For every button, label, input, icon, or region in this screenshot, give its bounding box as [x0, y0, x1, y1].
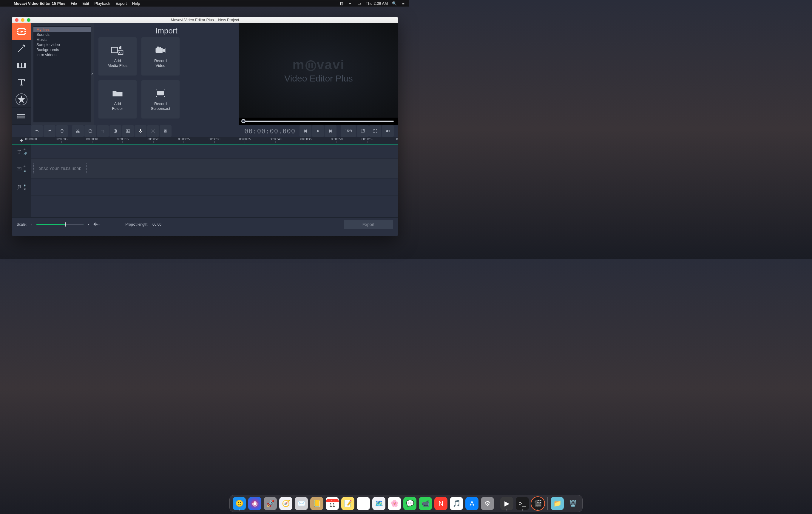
ruler-mark: 00:00:45 [300, 137, 312, 143]
ruler-mark: 00:00:35 [239, 137, 251, 143]
clip-properties-button[interactable] [147, 125, 159, 137]
svg-rect-5 [25, 29, 26, 30]
menubar-datetime[interactable]: Thu 2:08 AM [366, 1, 388, 6]
svg-rect-29 [167, 131, 167, 131]
menu-file[interactable]: File [71, 1, 77, 6]
video-track[interactable]: 👁🔈 DRAG YOUR FILES HERE [12, 159, 398, 179]
svg-point-12 [17, 117, 18, 118]
lock-toggle-icon[interactable]: ✖ [24, 188, 27, 191]
cut-button[interactable] [72, 125, 84, 137]
zoom-out-icon[interactable]: ▫ [31, 222, 32, 227]
menubar-app-name[interactable]: Movavi Video Editor 15 Plus [14, 1, 65, 6]
ruler-mark: 00:00:00 [25, 137, 37, 143]
prev-frame-button[interactable] [299, 125, 312, 137]
keyboard-icon[interactable]: ⌁ [348, 1, 353, 6]
zoom-thumb[interactable] [65, 222, 66, 226]
svg-rect-3 [17, 31, 19, 32]
app-window: Movavi Video Editor Plus – New Project [12, 17, 398, 236]
play-button[interactable] [312, 125, 324, 137]
more-icon [17, 111, 26, 121]
title-track[interactable]: 👁🔗 [12, 144, 398, 159]
equalizer-button[interactable] [160, 125, 172, 137]
sidebar-item-my-files[interactable]: My files [33, 27, 91, 32]
airplay-icon[interactable]: ▭ [357, 1, 361, 6]
ruler-mark: 00:00:05 [56, 137, 67, 143]
aspect-ratio-button[interactable]: 16:9 [341, 125, 356, 137]
scrub-thumb[interactable] [241, 119, 245, 123]
ruler-mark: 00:00:50 [331, 137, 343, 143]
apple-icon[interactable] [4, 1, 8, 6]
collapse-side-panel-button[interactable]: ‹ [90, 70, 94, 79]
preview-scrubber[interactable] [239, 117, 398, 125]
sidebar-item-backgrounds[interactable]: Backgrounds [33, 47, 91, 52]
next-frame-button[interactable] [324, 125, 337, 137]
record-video-label: RecordVideo [154, 58, 167, 68]
tab-import[interactable] [12, 23, 31, 40]
star-icon [17, 94, 26, 104]
volume-button[interactable] [382, 125, 394, 137]
drop-files-zone[interactable]: DRAG YOUR FILES HERE [33, 163, 87, 174]
menu-help[interactable]: Help [132, 1, 140, 6]
detach-preview-button[interactable] [357, 125, 369, 137]
visibility-toggle-icon[interactable]: 👁 [24, 148, 27, 151]
link-toggle-icon[interactable]: 🔗 [24, 152, 27, 155]
sidebar-item-sample-video[interactable]: Sample video [33, 42, 91, 47]
rotate-button[interactable] [84, 125, 96, 137]
crop-button[interactable] [97, 125, 109, 137]
project-length-label: Project length: [125, 222, 148, 226]
menu-edit[interactable]: Edit [82, 1, 89, 6]
svg-point-11 [17, 116, 18, 117]
window-titlebar[interactable]: Movavi Video Editor Plus – New Project [12, 17, 398, 23]
record-screencast-button[interactable]: RecordScreencast [141, 80, 180, 118]
visibility-toggle-icon[interactable]: 👁 [24, 165, 27, 168]
record-video-button[interactable]: RecordVideo [141, 37, 180, 76]
control-center-icon[interactable]: ≡ [401, 1, 406, 6]
delete-button[interactable] [56, 125, 68, 137]
mute-toggle-icon[interactable]: 🔈 [24, 184, 27, 187]
audio-track[interactable]: 🔈✖ [12, 179, 398, 196]
tab-titles[interactable] [12, 74, 31, 91]
microphone-button[interactable] [135, 125, 146, 137]
svg-rect-4 [17, 33, 19, 34]
svg-rect-17 [156, 47, 159, 48]
picture-button[interactable] [122, 125, 134, 137]
zoom-slider[interactable] [36, 224, 84, 225]
import-title: Import [94, 23, 239, 37]
sidebar-item-sounds[interactable]: Sounds [33, 32, 91, 37]
preview-logo-text: mvavi [293, 57, 345, 72]
zoom-in-icon[interactable]: ▪ [88, 222, 89, 227]
sidebar-item-music[interactable]: Music [33, 37, 91, 42]
notification-icon[interactable]: ◧ [339, 1, 344, 6]
video-track-icon [17, 166, 22, 171]
redo-button[interactable] [44, 125, 56, 137]
menu-export[interactable]: Export [115, 1, 127, 6]
tab-more[interactable] [12, 108, 31, 125]
tab-stickers[interactable] [12, 91, 31, 108]
screencast-icon [154, 88, 167, 99]
ruler-mark: 00 [396, 137, 398, 143]
fit-timeline-icon[interactable]: �▭ [93, 222, 100, 226]
preview-pane: mvavi Video Editor Plus [239, 23, 398, 125]
color-adjust-button[interactable] [110, 125, 121, 137]
record-screencast-label: RecordScreencast [151, 102, 170, 111]
spotlight-icon[interactable]: 🔍 [392, 1, 397, 6]
tab-transitions[interactable] [12, 57, 31, 74]
mute-toggle-icon[interactable]: 🔈 [24, 169, 27, 172]
fullscreen-button[interactable] [369, 125, 381, 137]
tab-filters[interactable] [12, 40, 31, 57]
add-media-files-button[interactable]: AddMedia Files [98, 37, 137, 76]
export-button[interactable]: Export [344, 220, 393, 229]
sidebar-item-intro-videos[interactable]: Intro videos [33, 52, 91, 57]
toolbar: 00:00:00.000 16:9 [12, 125, 398, 137]
add-folder-button[interactable]: AddFolder [98, 80, 137, 118]
film-icon [17, 27, 26, 36]
svg-rect-13 [112, 48, 118, 53]
svg-marker-1 [21, 30, 23, 33]
preview-canvas: mvavi Video Editor Plus [239, 23, 398, 117]
timeline-tracks: 👁🔗 👁🔈 DRAG YOUR FILES HERE 🔈✖ [12, 144, 398, 217]
undo-button[interactable] [31, 125, 43, 137]
menu-playback[interactable]: Playback [94, 1, 110, 6]
wand-icon [17, 44, 26, 53]
timeline-ruler[interactable]: + 00:00:0000:00:0500:00:1000:00:1500:00:… [12, 137, 398, 144]
add-media-files-label: AddMedia Files [108, 58, 127, 68]
